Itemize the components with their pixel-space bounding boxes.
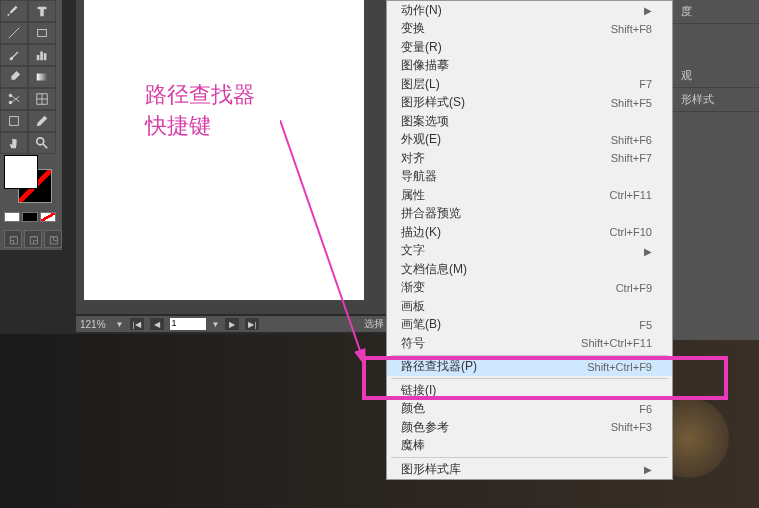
menu-item[interactable]: 图像描摹 (387, 57, 672, 76)
menu-item[interactable]: 动作(N)▶ (387, 1, 672, 20)
menu-item[interactable]: 对齐Shift+F7 (387, 149, 672, 168)
tool-hand[interactable] (0, 132, 28, 154)
svg-rect-7 (10, 117, 19, 126)
tool-brush[interactable] (0, 44, 28, 66)
page-input[interactable]: 1 (170, 318, 206, 330)
menu-item[interactable]: 外观(E)Shift+F6 (387, 131, 672, 150)
menu-item-label: 拼合器预览 (401, 205, 461, 222)
statusbar: 121% ▼ |◀ ◀ 1 ▼ ▶ ▶| 选择 (76, 316, 388, 332)
menu-item-label: 渐变 (401, 279, 425, 296)
menu-item-label: 画笔(B) (401, 316, 441, 333)
menu-item[interactable]: 颜色参考Shift+F3 (387, 418, 672, 437)
menu-item-label: 文字 (401, 242, 425, 259)
menu-item-shortcut: F7 (639, 78, 652, 90)
svg-point-5 (9, 94, 13, 98)
menu-item-shortcut: Shift+F6 (611, 134, 652, 146)
nav-first[interactable]: |◀ (130, 318, 144, 330)
menu-item[interactable]: 魔棒 (387, 437, 672, 456)
tool-line[interactable] (0, 22, 28, 44)
menu-item[interactable]: 变换Shift+F8 (387, 20, 672, 39)
nav-prev[interactable]: ◀ (150, 318, 164, 330)
nav-next[interactable]: ▶ (225, 318, 239, 330)
mode-1[interactable]: ◱ (4, 230, 22, 248)
tool-rect[interactable] (28, 22, 56, 44)
menu-separator (391, 457, 668, 458)
menu-item[interactable]: 描边(K)Ctrl+F10 (387, 223, 672, 242)
tool-pencil[interactable] (28, 110, 56, 132)
menu-item[interactable]: 符号Shift+Ctrl+F11 (387, 334, 672, 353)
menu-item[interactable]: 图层(L)F7 (387, 75, 672, 94)
menu-item[interactable]: 导航器 (387, 168, 672, 187)
menu-item-shortcut: Ctrl+F10 (610, 226, 653, 238)
sw-none[interactable] (40, 212, 56, 222)
menu-item-label: 对齐 (401, 150, 425, 167)
menu-item-shortcut: Ctrl+F11 (610, 189, 653, 201)
nav-last[interactable]: ▶| (245, 318, 259, 330)
mode-2[interactable]: ◲ (24, 230, 42, 248)
svg-rect-2 (40, 52, 43, 61)
menu-item-label: 属性 (401, 187, 425, 204)
window-menu: 动作(N)▶变换Shift+F8变量(R)图像描摹图层(L)F7图形样式(S)S… (386, 0, 673, 480)
canvas[interactable] (84, 0, 364, 300)
menu-item-shortcut: Shift+F5 (611, 97, 652, 109)
menu-item[interactable]: 画笔(B)F5 (387, 316, 672, 335)
menu-item-label: 描边(K) (401, 224, 441, 241)
menu-item-shortcut: Shift+Ctrl+F9 (587, 361, 652, 373)
menu-item-label: 变量(R) (401, 39, 442, 56)
mode-3[interactable]: ◳ (44, 230, 62, 248)
menu-item[interactable]: 路径查找器(P)Shift+Ctrl+F9 (387, 358, 672, 377)
canvas-area (76, 0, 386, 314)
tool-scissors[interactable] (0, 88, 28, 110)
menu-item-label: 路径查找器(P) (401, 358, 477, 375)
view-modes: ◱ ◲ ◳ (4, 230, 62, 248)
fg-color[interactable] (4, 155, 38, 189)
svg-rect-0 (38, 30, 47, 37)
svg-rect-4 (37, 74, 48, 81)
tool-pen[interactable] (0, 0, 28, 22)
menu-item-label: 图案选项 (401, 113, 449, 130)
menu-item-label: 变换 (401, 20, 425, 37)
menu-separator (391, 355, 668, 356)
menu-item-label: 文档信息(M) (401, 261, 467, 278)
tool-text[interactable] (28, 0, 56, 22)
menu-item-label: 图形样式库 (401, 461, 461, 478)
menu-item[interactable]: 图形样式(S)Shift+F5 (387, 94, 672, 113)
menu-item-label: 图形样式(S) (401, 94, 465, 111)
tool-eyedrop[interactable] (0, 66, 28, 88)
menu-item-label: 动作(N) (401, 2, 442, 19)
tool-zoom[interactable] (28, 132, 56, 154)
color-picker[interactable] (4, 155, 52, 203)
menu-item-label: 魔棒 (401, 437, 425, 454)
tool-gradient[interactable] (28, 66, 56, 88)
menu-item[interactable]: 图案选项 (387, 112, 672, 131)
svg-rect-1 (37, 55, 40, 60)
menu-item[interactable]: 画板 (387, 297, 672, 316)
panel-tab-2[interactable]: 观 (673, 64, 759, 88)
panel-tab-3[interactable]: 形样式 (673, 88, 759, 112)
svg-rect-3 (44, 53, 47, 60)
menu-item[interactable]: 拼合器预览 (387, 205, 672, 224)
menu-item-label: 图层(L) (401, 76, 440, 93)
right-panels: 度 观 形样式 (673, 0, 759, 340)
select-label: 选择 (364, 317, 384, 331)
menu-item[interactable]: 渐变Ctrl+F9 (387, 279, 672, 298)
sw-black[interactable] (22, 212, 38, 222)
menu-item[interactable]: 属性Ctrl+F11 (387, 186, 672, 205)
menu-item-shortcut: Shift+Ctrl+F11 (581, 337, 652, 349)
sw-white[interactable] (4, 212, 20, 222)
tool-graph[interactable] (28, 44, 56, 66)
menu-item-shortcut: F5 (639, 319, 652, 331)
menu-item[interactable]: 颜色F6 (387, 400, 672, 419)
menu-item-label: 符号 (401, 335, 425, 352)
zoom-level[interactable]: 121% (80, 319, 106, 330)
menu-item[interactable]: 图形样式库▶ (387, 460, 672, 479)
mini-swatches (4, 212, 56, 222)
menu-item[interactable]: 链接(I) (387, 381, 672, 400)
panel-tab-1[interactable]: 度 (673, 0, 759, 24)
menu-item[interactable]: 变量(R) (387, 38, 672, 57)
menu-item[interactable]: 文字▶ (387, 242, 672, 261)
menu-item[interactable]: 文档信息(M) (387, 260, 672, 279)
tool-artboard[interactable] (0, 110, 28, 132)
tool-slice[interactable] (28, 88, 56, 110)
svg-point-6 (9, 101, 13, 105)
